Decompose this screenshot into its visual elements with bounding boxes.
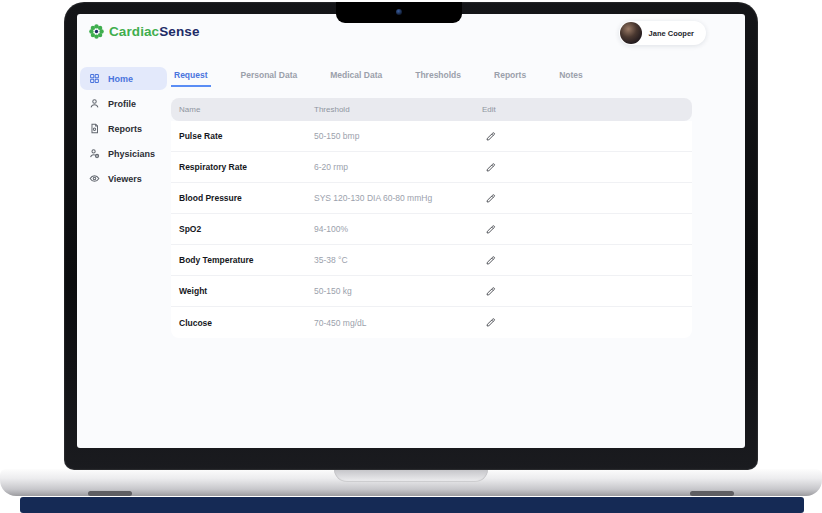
flower-logo-icon [88,23,105,40]
desk-reflection [20,497,804,513]
sidebar-item-label: Physicians [108,149,155,159]
row-name: Weight [179,286,314,296]
pencil-icon [485,255,496,266]
dashboard-icon [89,73,100,84]
sidebar-item-physicians[interactable]: Physicians [80,142,167,165]
row-threshold: 35-38 °C [314,255,482,265]
column-header-edit: Edit [482,105,692,114]
tab-medical-data[interactable]: Medical Data [327,70,385,87]
row-threshold: 6-20 rmp [314,162,482,172]
row-name: SpO2 [179,224,314,234]
document-icon [89,123,100,134]
edit-button[interactable] [482,159,498,175]
row-name: Blood Pressure [179,193,314,203]
table-row: Pulse Rate 50-150 bmp [171,121,692,152]
table-row: Weight 50-150 kg [171,276,692,307]
thresholds-table: Name Threshold Edit Pulse Rate 50-150 bm… [171,98,692,338]
row-name: Pulse Rate [179,131,314,141]
brand-name: CardiacSense [109,24,200,39]
row-threshold: 94-100% [314,224,482,234]
laptop-base [0,469,822,496]
sidebar-item-home[interactable]: Home [80,67,167,90]
sidebar-item-reports[interactable]: Reports [80,117,167,140]
sidebar: Home Profile Reports Physicians Viewers [80,67,167,192]
sidebar-item-viewers[interactable]: Viewers [80,167,167,190]
edit-button[interactable] [482,190,498,206]
tab-notes[interactable]: Notes [556,70,586,87]
row-threshold: SYS 120-130 DIA 60-80 mmHg [314,193,482,203]
edit-button[interactable] [482,315,498,331]
row-name: Respiratory Rate [179,162,314,172]
edit-button[interactable] [482,252,498,268]
eye-icon [89,173,100,184]
laptop-thumb-notch [334,469,488,482]
edit-button[interactable] [482,221,498,237]
row-threshold: 50-150 kg [314,286,482,296]
pencil-icon [485,224,496,235]
sidebar-item-label: Viewers [108,174,142,184]
pencil-icon [485,286,496,297]
column-header-name: Name [179,105,314,114]
table-header: Name Threshold Edit [171,98,692,121]
table-row: SpO2 94-100% [171,214,692,245]
laptop-foot [690,491,734,496]
sidebar-item-label: Reports [108,124,142,134]
table-row: Respiratory Rate 6-20 rmp [171,152,692,183]
row-name: Body Temperature [179,255,314,265]
pencil-icon [485,131,496,142]
tab-bar: Request Personal Data Medical Data Thres… [171,70,586,87]
table-row: Clucose 70-450 mg/dL [171,307,692,338]
avatar [620,22,642,44]
row-name: Clucose [179,318,314,328]
table-row: Body Temperature 35-38 °C [171,245,692,276]
user-icon [89,98,100,109]
row-threshold: 50-150 bmp [314,131,482,141]
brand-logo[interactable]: CardiacSense [88,23,200,40]
webcam-icon [396,9,402,15]
tab-reports[interactable]: Reports [491,70,529,87]
app-screen: CardiacSense Jane Cooper Home Profile [77,14,745,448]
laptop-screen-frame: CardiacSense Jane Cooper Home Profile [64,2,758,470]
sidebar-item-profile[interactable]: Profile [80,92,167,115]
camera-notch [336,2,462,23]
tab-request[interactable]: Request [171,70,211,87]
pencil-icon [485,317,496,328]
sidebar-item-label: Profile [108,99,136,109]
table-row: Blood Pressure SYS 120-130 DIA 60-80 mmH… [171,183,692,214]
edit-button[interactable] [482,128,498,144]
row-threshold: 70-450 mg/dL [314,318,482,328]
tab-personal-data[interactable]: Personal Data [238,70,301,87]
sidebar-item-label: Home [108,74,133,84]
laptop-foot [88,491,132,496]
tab-thresholds[interactable]: Thresholds [412,70,464,87]
user-menu[interactable]: Jane Cooper [619,21,706,45]
laptop-mockup: CardiacSense Jane Cooper Home Profile [0,0,822,513]
edit-button[interactable] [482,283,498,299]
pencil-icon [485,162,496,173]
column-header-threshold: Threshold [314,105,482,114]
pencil-icon [485,193,496,204]
user-name: Jane Cooper [649,29,694,38]
physician-icon [89,148,100,159]
